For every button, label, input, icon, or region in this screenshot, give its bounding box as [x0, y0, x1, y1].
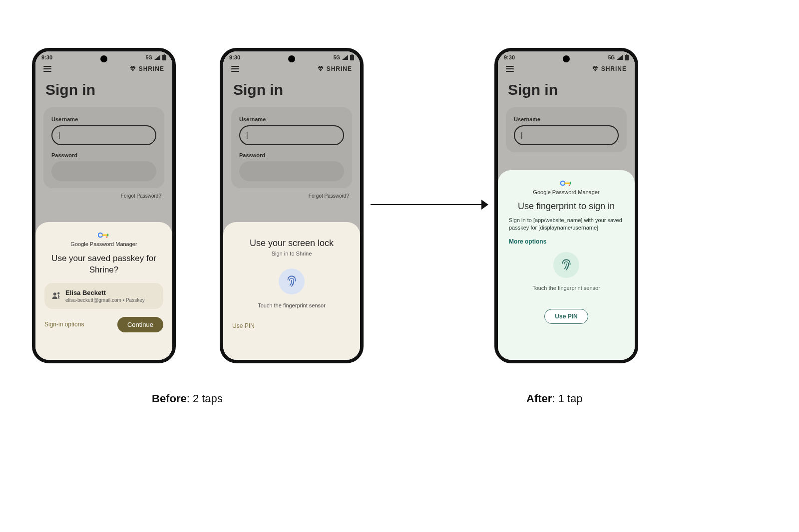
passkey-icon	[51, 291, 60, 300]
arrow-shaft	[371, 204, 483, 205]
gpm-logo-icon	[507, 179, 626, 187]
camera-cutout-icon	[288, 55, 295, 62]
use-pin-link[interactable]: Use PIN	[232, 322, 351, 329]
bottom-sheet: Use your screen lock Sign in to Shrine T…	[223, 222, 360, 360]
caption-before-bold: Before	[152, 392, 187, 405]
account-card[interactable]: Elisa Beckett elisa-beckett@gmail.com • …	[44, 283, 163, 309]
gpm-logo-icon	[44, 231, 163, 239]
account-sub: elisa-beckett@gmail.com • Passkey	[65, 297, 145, 303]
sheet-title: Use fingerprint to sign in	[511, 201, 622, 212]
fingerprint-caption: Touch the fingerprint sensor	[507, 285, 626, 291]
phone-frame-1: 9:30 5G SHRINE Sign in Username | Passwo…	[32, 48, 176, 363]
caption-after: After: 1 tap	[526, 392, 583, 405]
sheet-subtitle: Sign in to [app/website_name] with your …	[509, 217, 624, 232]
caption-before-rest: : 2 taps	[187, 392, 223, 405]
caption-after-bold: After	[526, 392, 552, 405]
phone-frame-2: 9:30 5G SHRINE Sign in Username | Passwo…	[220, 48, 364, 363]
svg-point-3	[106, 237, 108, 238]
use-pin-button[interactable]: Use PIN	[544, 309, 588, 324]
camera-cutout-icon	[563, 55, 570, 62]
more-options-link[interactable]: More options	[509, 238, 624, 245]
gpm-label: Google Password Manager	[44, 241, 163, 247]
continue-button[interactable]: Continue	[117, 317, 163, 332]
sheet-title: Use your screen lock	[237, 238, 346, 249]
fingerprint-icon	[560, 259, 573, 271]
arrow	[371, 200, 488, 210]
sheet-title: Use your saved passkey for Shrine?	[49, 253, 158, 276]
fingerprint-icon	[285, 275, 298, 288]
gpm-label: Google Password Manager	[507, 189, 626, 195]
caption-after-rest: : 1 tap	[552, 392, 582, 405]
signin-options-link[interactable]: Sign-in options	[44, 321, 84, 328]
camera-cutout-icon	[100, 55, 107, 62]
bottom-sheet: Google Password Manager Use your saved p…	[35, 222, 172, 360]
phone-frame-3: 9:30 5G SHRINE Sign in Username |	[494, 48, 638, 363]
sheet-subtitle: Sign in to Shrine	[232, 251, 351, 257]
fingerprint-sensor[interactable]	[279, 268, 305, 294]
fingerprint-caption: Touch the fingerprint sensor	[232, 302, 351, 308]
caption-before: Before: 2 taps	[152, 392, 223, 405]
arrow-head-icon	[481, 200, 488, 210]
bottom-sheet: Google Password Manager Use fingerprint …	[498, 170, 635, 360]
account-name: Elisa Beckett	[65, 289, 145, 296]
svg-point-9	[569, 185, 570, 186]
fingerprint-sensor[interactable]	[553, 252, 579, 278]
